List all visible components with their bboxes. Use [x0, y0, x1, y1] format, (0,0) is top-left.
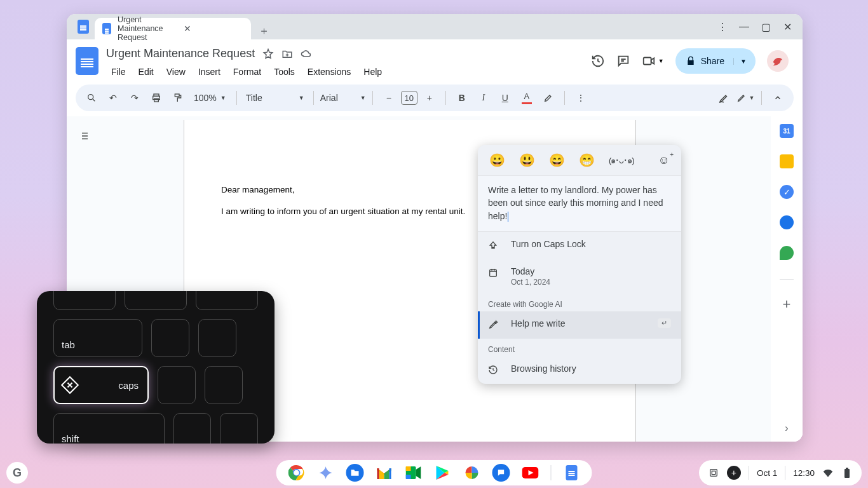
menu-help[interactable]: Help [358, 64, 387, 79]
prompt-input[interactable]: Write a letter to my landlord. My power … [478, 175, 681, 232]
comments-icon[interactable] [616, 54, 630, 68]
paragraph-style-select[interactable]: Title▼ [243, 93, 307, 103]
share-dropdown-icon[interactable]: ▼ [733, 58, 747, 65]
menu-file[interactable]: File [106, 64, 131, 79]
tasks-app-icon[interactable]: ✓ [780, 185, 794, 199]
meet-app-icon[interactable] [405, 464, 423, 482]
menu-format[interactable]: Format [228, 64, 266, 79]
window-favicon [72, 14, 95, 39]
emoji-happy[interactable]: 😄 [549, 152, 565, 168]
browser-tab[interactable]: Urgent Maintenance Request ✕ [95, 18, 251, 39]
zoom-select[interactable]: 100%▼ [190, 93, 230, 103]
tab-close-icon[interactable]: ✕ [184, 24, 243, 34]
pen-tool-button[interactable]: ▼ [736, 88, 755, 107]
files-app-icon[interactable] [346, 464, 364, 482]
gmail-app-icon[interactable] [376, 464, 393, 482]
emoji-smile[interactable]: 😃 [519, 152, 535, 168]
font-select[interactable]: Arial▼ [320, 93, 366, 103]
italic-button[interactable]: I [474, 88, 493, 107]
underline-button[interactable]: U [496, 88, 515, 107]
key-blank[interactable] [53, 291, 116, 310]
photos-app-icon[interactable] [463, 464, 481, 482]
font-size-input[interactable]: 10 [401, 91, 417, 105]
caps-lock-item[interactable]: Turn on Caps Lock [478, 232, 681, 259]
close-window-icon[interactable]: ✕ [782, 22, 792, 32]
play-store-app-icon[interactable] [434, 464, 452, 482]
meet-button[interactable]: ▼ [642, 54, 664, 68]
menu-insert[interactable]: Insert [193, 64, 226, 79]
browsing-history-item[interactable]: Browsing history [478, 356, 681, 384]
key-tab[interactable]: tab [53, 319, 142, 357]
maps-app-icon[interactable] [780, 246, 794, 260]
account-avatar[interactable] [767, 50, 789, 72]
wifi-icon[interactable] [822, 467, 834, 478]
history-icon[interactable] [591, 54, 605, 68]
key-blank[interactable] [205, 366, 243, 404]
chrome-app-icon[interactable] [288, 464, 306, 482]
maximize-icon[interactable]: ▢ [761, 22, 771, 32]
more-tools-icon[interactable]: ⋮ [571, 88, 590, 107]
today-item[interactable]: Today Oct 1, 2024 [478, 259, 681, 294]
browser-menu-icon[interactable]: ⋮ [717, 22, 728, 32]
add-addon-button[interactable]: + [783, 296, 791, 313]
text-color-button[interactable]: A [517, 88, 536, 107]
zoom-value: 100% [194, 93, 217, 103]
battery-icon[interactable] [841, 467, 853, 478]
contacts-app-icon[interactable] [780, 215, 794, 229]
menu-tools[interactable]: Tools [269, 64, 300, 79]
key-blank[interactable] [173, 413, 212, 444]
side-panel: 31 ✓ + › [771, 116, 803, 442]
menu-edit[interactable]: Edit [133, 64, 159, 79]
youtube-app-icon[interactable] [522, 464, 539, 482]
docs-logo-icon[interactable] [76, 47, 98, 75]
status-tray[interactable]: + Oct 1 12:30 [699, 460, 862, 485]
increase-size-button[interactable]: + [420, 88, 439, 107]
quick-add-icon[interactable]: + [727, 466, 741, 480]
launcher-button[interactable]: G [6, 462, 28, 484]
search-icon[interactable] [82, 88, 101, 107]
new-tab-button[interactable]: ＋ [255, 22, 273, 39]
messages-app-icon[interactable] [492, 464, 510, 482]
emoji-grin[interactable]: 😀 [489, 152, 505, 168]
key-blank[interactable] [198, 319, 236, 357]
editing-mode-icon[interactable] [714, 88, 733, 107]
enter-key-hint: ↵ [658, 318, 671, 328]
ai-emoji-icon[interactable]: ☺+ [658, 154, 670, 167]
key-blank[interactable] [151, 319, 189, 357]
share-button[interactable]: Share ▼ [675, 48, 756, 74]
key-blank[interactable] [220, 413, 258, 444]
help-me-write-item[interactable]: Help me write ↵ [478, 311, 681, 339]
emoticon-text[interactable]: (⁠๑⁠･⁠ᴗ⁠･⁠๑⁠) [609, 154, 634, 167]
emoji-beam[interactable]: 😁 [579, 152, 595, 168]
paint-format-icon[interactable] [168, 88, 187, 107]
key-blank[interactable] [125, 291, 187, 310]
shelf-time[interactable]: 12:30 [793, 468, 815, 478]
minimize-icon[interactable]: ― [739, 22, 749, 32]
menu-extensions[interactable]: Extensions [302, 64, 356, 79]
collapse-toolbar-icon[interactable] [768, 88, 787, 107]
document-title[interactable]: Urgent Maintenance Request [106, 47, 255, 60]
shelf-date[interactable]: Oct 1 [757, 468, 777, 478]
docs-app-icon[interactable] [563, 464, 581, 482]
print-icon[interactable] [147, 88, 166, 107]
star-icon[interactable] [262, 48, 274, 60]
gemini-app-icon[interactable] [317, 464, 335, 482]
menu-view[interactable]: View [161, 64, 191, 79]
outline-toggle-icon[interactable] [78, 130, 90, 144]
move-folder-icon[interactable] [281, 48, 293, 60]
bold-button[interactable]: B [452, 88, 471, 107]
screenshot-icon[interactable] [708, 467, 719, 478]
highlight-button[interactable] [539, 88, 558, 107]
collapse-sidepanel-icon[interactable]: › [785, 423, 788, 434]
key-blank[interactable] [196, 291, 258, 310]
undo-icon[interactable]: ↶ [104, 88, 123, 107]
key-caps-lock[interactable]: caps [53, 366, 149, 404]
cloud-status-icon[interactable] [301, 48, 312, 60]
decrease-size-button[interactable]: − [379, 88, 398, 107]
key-shift[interactable]: shift [53, 413, 165, 444]
calendar-app-icon[interactable]: 31 [780, 124, 794, 138]
svg-rect-6 [490, 269, 497, 276]
redo-icon[interactable]: ↷ [125, 88, 144, 107]
key-blank[interactable] [158, 366, 196, 404]
keep-app-icon[interactable] [780, 154, 794, 168]
